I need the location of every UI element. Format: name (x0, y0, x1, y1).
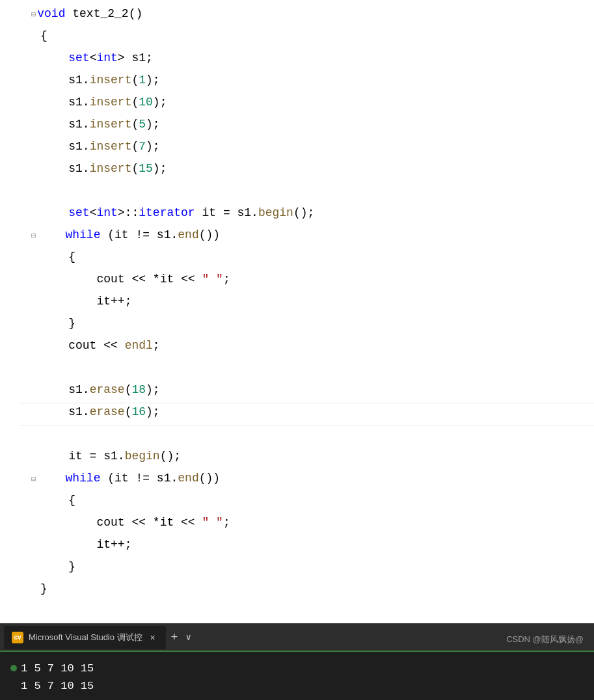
token: int (96, 206, 117, 219)
token: cout (40, 273, 125, 286)
token: ( (131, 140, 139, 153)
code-tokens: { (40, 492, 75, 510)
token: it (40, 538, 111, 551)
code-line: cout << endl; (20, 337, 594, 359)
token: set (40, 206, 90, 219)
token: ); (146, 140, 160, 153)
code-line: it = s1.begin(); (20, 448, 594, 470)
token: cout (40, 339, 96, 352)
code-line: s1.insert(1); (20, 72, 594, 94)
token: . (83, 383, 90, 396)
token: { (40, 29, 47, 42)
collapse-marker[interactable]: ⊟ (31, 474, 36, 486)
code-tokens: s1.insert(7); (40, 138, 160, 156)
green-dot-icon (10, 665, 17, 671)
code-tokens: } (40, 580, 47, 599)
token: } (40, 560, 75, 573)
code-tokens: while (it != s1.end()) (37, 470, 220, 488)
code-line: s1.insert(5); (20, 116, 594, 138)
token: iterator (139, 206, 195, 219)
output-area: 1 5 7 10 15 1 5 7 10 15 (0, 651, 594, 700)
token: ); (153, 162, 167, 175)
code-tokens: void text_2_2() (37, 5, 142, 23)
token: begin (258, 206, 293, 219)
code-tokens: cout << endl; (40, 337, 160, 355)
code-line: } (20, 558, 594, 580)
code-tokens: set<int> s1; (40, 49, 153, 68)
token: 5 (139, 118, 146, 131)
tab-add-button[interactable]: + (166, 631, 183, 644)
token: << (125, 516, 153, 529)
token: 10 (139, 96, 153, 109)
tab-chevron-button[interactable]: ∨ (183, 632, 193, 643)
code-line: it++; (20, 536, 594, 558)
code-line: } (20, 315, 594, 337)
token: ( (131, 96, 139, 109)
token: endl (125, 339, 153, 352)
code-tokens: s1.erase(16); (40, 403, 160, 422)
code-line: s1.insert(10); (20, 94, 594, 116)
token: it (40, 295, 111, 308)
token: insert (90, 140, 132, 153)
token: < (90, 206, 97, 219)
token: while (37, 472, 100, 485)
token: 15 (139, 162, 153, 175)
code-line: ⊟void text_2_2() (20, 5, 594, 27)
code-line (20, 359, 594, 381)
tab-label: Microsoft Visual Studio 调试控 (29, 632, 142, 643)
token: s1 (40, 162, 83, 175)
token: s1 (40, 140, 83, 153)
code-tokens: it++; (40, 293, 131, 311)
tab-close-button[interactable]: × (148, 632, 158, 643)
token: ); (153, 96, 167, 109)
token: } (40, 582, 47, 595)
token: (); (160, 450, 181, 463)
token: ( (125, 405, 132, 418)
token: ; (153, 339, 160, 352)
token: << (174, 516, 202, 529)
debug-tab[interactable]: cv Microsoft Visual Studio 调试控 × (4, 626, 166, 649)
code-line: cout << *it << " "; (20, 271, 594, 293)
code-tokens: it = s1.begin(); (40, 448, 181, 466)
collapse-marker[interactable]: ⊟ (31, 9, 36, 21)
token: ()) (199, 228, 220, 241)
token: > s1; (118, 51, 153, 64)
token: s1 (40, 74, 83, 87)
token: ); (146, 405, 160, 418)
token: ; (223, 516, 230, 529)
token: ++; (111, 538, 131, 551)
code-line: s1.insert(7); (20, 138, 594, 160)
output-text-1: 1 5 7 10 15 (21, 660, 94, 677)
code-tokens (40, 359, 47, 377)
code-tokens: { (40, 27, 47, 46)
token: erase (90, 405, 125, 418)
code-tokens: while (it != s1.end()) (37, 226, 220, 245)
token: s1 (40, 405, 83, 418)
token: s1 (40, 118, 83, 131)
token: . (83, 162, 90, 175)
token: insert (90, 96, 132, 109)
watermark: CSDN @随风飘扬@ (506, 634, 584, 645)
token: << (174, 273, 202, 286)
token: 18 (131, 383, 146, 396)
token: << (96, 339, 124, 352)
code-line: set<int>::iterator it = s1.begin(); (20, 204, 594, 226)
token: * (153, 516, 160, 529)
output-text-2: 1 5 7 10 15 (10, 677, 94, 695)
token: insert (90, 74, 132, 87)
code-tokens (40, 425, 47, 444)
token: ( (131, 74, 139, 87)
code-tokens: cout << *it << " "; (40, 514, 230, 532)
token: < (90, 51, 97, 64)
token: . (83, 118, 90, 131)
code-editor: ⊟void text_2_2(){ set<int> s1; s1.insert… (0, 0, 594, 608)
collapse-marker[interactable]: ⊟ (31, 230, 36, 243)
token: 7 (139, 140, 146, 153)
token: (it != s1. (100, 472, 178, 485)
code-tokens: s1.erase(18); (40, 381, 160, 399)
code-line: cout << *it << " "; (20, 514, 594, 536)
token: ); (146, 118, 160, 131)
code-line: } (20, 580, 594, 602)
output-line-1: 1 5 7 10 15 (10, 660, 584, 677)
token: 16 (131, 405, 146, 418)
